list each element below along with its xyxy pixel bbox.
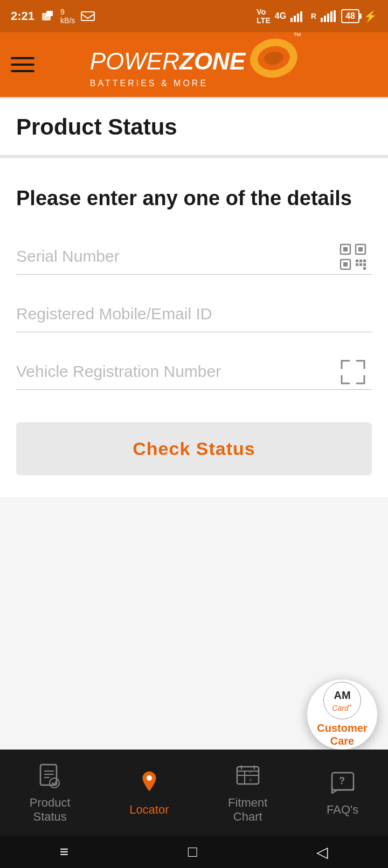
nav-label-fitment-chart: FitmentChart [228, 796, 267, 824]
svg-rect-2 [81, 12, 94, 20]
svg-rect-16 [343, 247, 348, 251]
hamburger-line-3 [11, 70, 34, 72]
logo-subtext: BATTERIES & MORE [90, 79, 208, 88]
serial-number-row [16, 239, 372, 275]
svg-rect-3 [290, 18, 293, 22]
svg-text:?: ? [339, 775, 345, 786]
svg-rect-9 [327, 13, 329, 22]
page-title: Product Status [16, 114, 372, 140]
logo-tm: ™ [293, 31, 301, 41]
hamburger-line-2 [11, 64, 34, 66]
nav-label-locator: Locator [129, 803, 169, 817]
svg-rect-4 [294, 16, 296, 22]
battery-indicator: 48 [341, 9, 359, 23]
svg-rect-7 [321, 18, 323, 22]
fitment-chart-icon: − + [233, 761, 263, 792]
customer-care-button[interactable]: AM Card+ Customer Care [307, 680, 377, 750]
vehicle-scan-icon[interactable] [340, 359, 366, 386]
android-nav-bar: ≡ □ ◁ [0, 836, 388, 868]
svg-rect-18 [358, 247, 363, 251]
charging-icon: ⚡ [364, 10, 377, 23]
kb-indicator: 9kB/s [60, 8, 75, 25]
form-heading: Please enter any one of the details [16, 185, 372, 212]
status-bar-left: 2:21 9kB/s [11, 8, 95, 25]
page-title-bar: Product Status [0, 99, 388, 156]
vehicle-reg-row [16, 354, 372, 390]
hamburger-line-1 [11, 57, 34, 59]
vehicle-reg-input[interactable] [16, 354, 372, 390]
signal2-icon [321, 10, 337, 22]
status-bar-right: VoLTE 4G R 48 ⚡ [257, 8, 377, 25]
svg-rect-24 [356, 263, 358, 266]
check-status-button[interactable]: Check Status [16, 422, 372, 475]
hamburger-button[interactable] [11, 57, 34, 72]
svg-rect-21 [356, 260, 358, 262]
product-status-icon [35, 761, 65, 792]
faqs-icon: ? [328, 768, 358, 799]
svg-rect-27 [363, 263, 366, 266]
svg-rect-1 [46, 11, 53, 16]
nav-label-product-status: ProductStatus [30, 796, 71, 824]
nav-label-faqs: FAQ's [327, 803, 358, 817]
android-menu-button[interactable]: ≡ [60, 843, 68, 860]
svg-point-29 [50, 778, 59, 788]
mobile-email-input[interactable] [16, 296, 372, 332]
svg-rect-11 [334, 10, 336, 22]
svg-rect-20 [343, 262, 348, 267]
svg-rect-26 [363, 267, 366, 270]
bottom-navigation: ProductStatus Locator − + F [0, 750, 388, 836]
teams-icon [40, 9, 55, 24]
svg-text:−: − [249, 769, 252, 775]
android-back-button[interactable]: ◁ [316, 843, 328, 861]
logo-zone: ZONE [179, 48, 245, 75]
nav-item-product-status[interactable]: ProductStatus [19, 756, 81, 830]
volte-indicator: VoLTE [257, 8, 270, 25]
logo-container: POWER ZONE ™ BATTERIES & MORE [90, 41, 298, 88]
svg-text:+: + [249, 777, 252, 783]
android-home-button[interactable]: □ [188, 843, 197, 860]
customer-care-label: Customer Care [307, 722, 377, 747]
svg-rect-8 [324, 16, 326, 22]
svg-rect-10 [330, 11, 332, 22]
time-display: 2:21 [11, 9, 34, 23]
app-header: POWER ZONE ™ BATTERIES & MORE [0, 32, 388, 97]
outlook-icon [80, 9, 95, 24]
nav-item-fitment-chart[interactable]: − + FitmentChart [217, 756, 278, 830]
status-bar: 2:21 9kB/s VoLTE 4G R 48 ⚡ [0, 0, 388, 32]
nav-item-faqs[interactable]: ? FAQ's [316, 763, 369, 822]
am-text: AM [334, 689, 350, 702]
svg-rect-25 [359, 263, 362, 266]
logo-oval-icon [250, 37, 298, 80]
svg-point-30 [147, 775, 152, 781]
mobile-email-row [16, 296, 372, 332]
main-content: Please enter any one of the details [0, 158, 388, 497]
r-indicator: R [311, 12, 316, 20]
svg-rect-23 [363, 260, 366, 262]
signal-icon [290, 10, 307, 22]
svg-rect-22 [359, 260, 362, 262]
svg-rect-5 [297, 13, 299, 22]
qr-scan-icon[interactable] [340, 243, 366, 270]
4g-indicator: 4G [275, 11, 286, 21]
locator-icon [134, 768, 164, 799]
nav-item-locator[interactable]: Locator [119, 763, 179, 822]
svg-rect-6 [300, 11, 302, 22]
logo-power: POWER [90, 48, 179, 75]
card-text: Card+ [332, 702, 352, 712]
serial-number-input[interactable] [16, 239, 372, 275]
